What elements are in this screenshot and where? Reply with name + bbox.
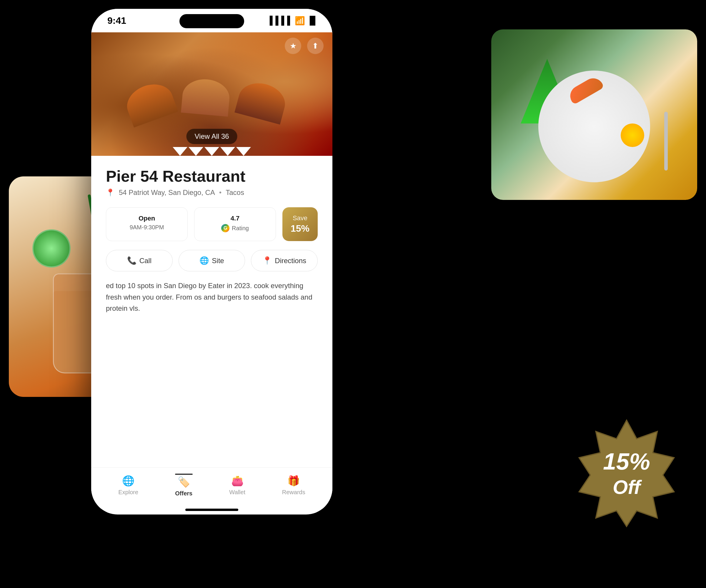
site-button[interactable]: 🌐 Site	[179, 250, 245, 271]
chevron-3	[204, 147, 219, 156]
info-cards-row: Open 9AM-9:30PM 4.7 G Rating Save 15%	[106, 207, 318, 241]
food-photo	[491, 30, 697, 200]
rating-label: Rating	[232, 225, 249, 232]
fork	[664, 112, 668, 171]
phone-shell: 9:41 ▐▐▐▐ 📶 ▉ ★ ⬆ View All 36	[91, 9, 332, 514]
google-icon: G	[221, 224, 229, 232]
open-status: Open	[139, 215, 155, 222]
restaurant-address: 54 Patriot Way, San Diego, CA	[119, 188, 215, 197]
meta-separator: •	[219, 188, 222, 197]
discount-badge: 15% Off	[571, 417, 682, 529]
offers-label: Offers	[175, 490, 192, 497]
view-all-badge[interactable]: View All 36	[187, 129, 237, 144]
hours-card: Open 9AM-9:30PM	[106, 207, 188, 241]
offers-icon: 🏷️	[178, 476, 190, 488]
badge-content: 15% Off	[603, 448, 650, 499]
nav-explore[interactable]: 🌐 Explore	[118, 475, 138, 496]
rating-row: G Rating	[221, 224, 249, 232]
battery-icon: ▉	[310, 16, 316, 26]
restaurant-description: ed top 10 spots in San Diego by Eater in…	[106, 280, 318, 314]
status-icons: ▐▐▐▐ 📶 ▉	[267, 16, 316, 26]
chevron-5	[236, 147, 251, 156]
nav-wallet[interactable]: 👛 Wallet	[229, 475, 245, 496]
home-indicator	[185, 509, 238, 511]
restaurant-category: Tacos	[226, 188, 244, 197]
chevron-row	[91, 147, 332, 156]
globe-icon: 🌐	[199, 256, 209, 265]
action-buttons-row: 📞 Call 🌐 Site 📍 Directions	[106, 250, 318, 271]
wifi-icon: 📶	[295, 16, 305, 26]
wallet-icon: 👛	[231, 475, 243, 487]
signal-icon: ▐▐▐▐	[267, 16, 290, 25]
star-icon: ★	[290, 41, 297, 50]
restaurant-name: Pier 54 Restaurant	[106, 168, 318, 185]
bottom-navigation: 🌐 Explore 🏷️ Offers 👛 Wallet 🎁 Rewards	[91, 467, 332, 509]
call-label: Call	[140, 257, 152, 265]
status-time: 9:41	[107, 15, 126, 26]
explore-icon: 🌐	[122, 475, 134, 487]
call-button[interactable]: 📞 Call	[106, 250, 173, 271]
rewards-icon: 🎁	[287, 475, 300, 487]
citrus-garnish	[621, 124, 644, 147]
share-button[interactable]: ⬆	[307, 38, 323, 54]
save-label: Save	[293, 214, 307, 222]
rewards-label: Rewards	[282, 489, 305, 496]
wallet-label: Wallet	[229, 489, 245, 496]
dynamic-island	[180, 14, 244, 28]
chevron-1	[173, 147, 187, 156]
directions-button[interactable]: 📍 Directions	[251, 250, 318, 271]
restaurant-meta: 📍 54 Patriot Way, San Diego, CA • Tacos	[106, 188, 318, 197]
badge-percentage: 15%	[603, 448, 650, 476]
save-card[interactable]: Save 15%	[282, 207, 318, 241]
hero-image: ★ ⬆ View All 36	[91, 32, 332, 156]
chevron-2	[189, 147, 203, 156]
favorite-button[interactable]: ★	[285, 38, 301, 54]
directions-label: Directions	[275, 257, 306, 265]
hours-text: 9AM-9:30PM	[130, 224, 164, 231]
lime-garnish	[32, 229, 71, 267]
rating-card: 4.7 G Rating	[194, 207, 276, 241]
rating-value: 4.7	[231, 215, 240, 222]
site-label: Site	[212, 257, 224, 265]
content-area: Pier 54 Restaurant 📍 54 Patriot Way, San…	[91, 156, 332, 467]
nav-offers[interactable]: 🏷️ Offers	[175, 474, 193, 497]
nav-rewards[interactable]: 🎁 Rewards	[282, 475, 305, 496]
phone-icon: 📞	[127, 256, 136, 265]
chevron-4	[220, 147, 235, 156]
share-icon: ⬆	[312, 41, 319, 50]
directions-icon: 📍	[262, 256, 272, 265]
save-percentage: 15%	[290, 223, 309, 234]
view-all-label: View All 36	[195, 132, 229, 140]
badge-off-label: Off	[603, 476, 650, 499]
hero-action-icons: ★ ⬆	[285, 38, 323, 54]
explore-label: Explore	[118, 489, 138, 496]
location-pin-icon: 📍	[106, 188, 115, 197]
active-indicator	[175, 474, 193, 475]
